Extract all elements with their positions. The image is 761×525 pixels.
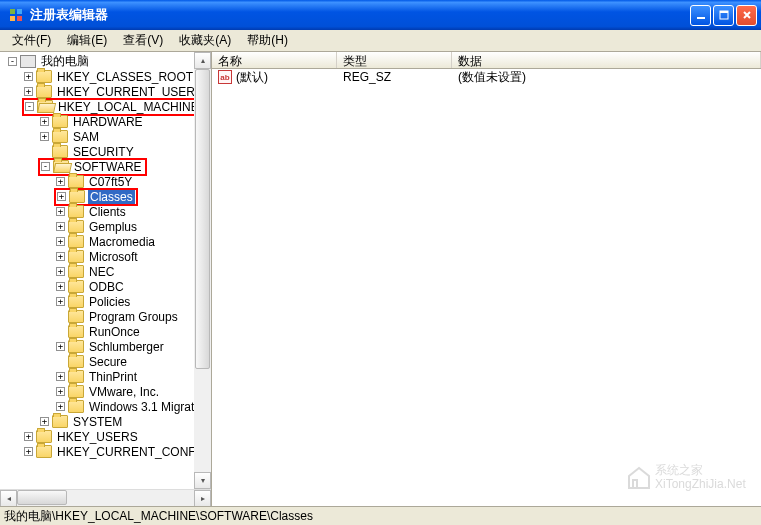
expand-icon[interactable]: +	[24, 432, 33, 441]
folder-icon	[36, 85, 52, 98]
folder-icon	[69, 190, 85, 203]
svg-text:XiTongZhiJia.Net: XiTongZhiJia.Net	[655, 477, 746, 491]
menu-edit[interactable]: 编辑(E)	[59, 30, 115, 51]
expand-icon[interactable]: +	[56, 387, 65, 396]
expand-icon[interactable]: +	[56, 177, 65, 186]
collapse-icon[interactable]: -	[41, 162, 50, 171]
svg-rect-4	[697, 17, 705, 19]
tree-node-policies[interactable]: +Policies	[0, 294, 211, 309]
column-data[interactable]: 数据	[452, 52, 761, 68]
scroll-right-arrow-icon[interactable]: ▸	[194, 490, 211, 506]
folder-icon	[52, 130, 68, 143]
collapse-icon[interactable]: -	[8, 57, 17, 66]
computer-icon	[20, 55, 36, 68]
svg-text:系统之家: 系统之家	[655, 463, 703, 477]
expand-icon[interactable]: +	[56, 297, 65, 306]
tree-panel: -我的电脑 +HKEY_CLASSES_ROOT +HKEY_CURRENT_U…	[0, 52, 212, 506]
svg-rect-2	[10, 16, 15, 21]
tree-node-hklm[interactable]: -HKEY_LOCAL_MACHINE	[0, 99, 211, 114]
folder-icon	[36, 445, 52, 458]
maximize-button[interactable]	[713, 5, 734, 26]
folder-open-icon	[53, 160, 69, 173]
collapse-icon[interactable]: -	[25, 102, 34, 111]
tree-node-classes[interactable]: +Classes	[0, 189, 211, 204]
tree-node-schlumberger[interactable]: +Schlumberger	[0, 339, 211, 354]
folder-icon	[68, 205, 84, 218]
window-title: 注册表编辑器	[28, 6, 690, 24]
list-row[interactable]: ab(默认) REG_SZ (数值未设置)	[212, 69, 761, 85]
tree-node-programgroups[interactable]: Program Groups	[0, 309, 211, 324]
tree-node-hkcr[interactable]: +HKEY_CLASSES_ROOT	[0, 69, 211, 84]
column-type[interactable]: 类型	[337, 52, 452, 68]
folder-icon	[52, 115, 68, 128]
scroll-left-arrow-icon[interactable]: ◂	[0, 490, 17, 506]
menu-help[interactable]: 帮助(H)	[239, 30, 296, 51]
tree-node-thinprint[interactable]: +ThinPrint	[0, 369, 211, 384]
status-path: 我的电脑\HKEY_LOCAL_MACHINE\SOFTWARE\Classes	[4, 508, 313, 525]
scroll-up-arrow-icon[interactable]: ▴	[194, 52, 211, 69]
tree-node-gemplus[interactable]: +Gemplus	[0, 219, 211, 234]
tree-node-runonce[interactable]: RunOnce	[0, 324, 211, 339]
folder-icon	[36, 430, 52, 443]
column-name[interactable]: 名称	[212, 52, 337, 68]
expand-icon[interactable]: +	[56, 222, 65, 231]
close-button[interactable]	[736, 5, 757, 26]
expand-icon[interactable]: +	[56, 402, 65, 411]
expand-icon[interactable]: +	[56, 342, 65, 351]
folder-icon	[52, 415, 68, 428]
svg-rect-0	[10, 9, 15, 14]
menubar: 文件(F) 编辑(E) 查看(V) 收藏夹(A) 帮助(H)	[0, 30, 761, 52]
folder-icon	[68, 175, 84, 188]
tree-node-hkcc[interactable]: +HKEY_CURRENT_CONFIG	[0, 444, 211, 459]
tree-node-system[interactable]: +SYSTEM	[0, 414, 211, 429]
expand-icon[interactable]: +	[24, 72, 33, 81]
expand-icon[interactable]: +	[56, 282, 65, 291]
expand-icon[interactable]: +	[40, 117, 49, 126]
tree-node-hku[interactable]: +HKEY_USERS	[0, 429, 211, 444]
tree-node-vmware[interactable]: +VMware, Inc.	[0, 384, 211, 399]
values-panel: 名称 类型 数据 ab(默认) REG_SZ (数值未设置)	[212, 52, 761, 506]
list-body[interactable]: ab(默认) REG_SZ (数值未设置)	[212, 69, 761, 506]
expand-icon[interactable]: +	[56, 252, 65, 261]
folder-open-icon	[37, 100, 53, 113]
menu-favorites[interactable]: 收藏夹(A)	[171, 30, 239, 51]
scroll-thumb[interactable]	[17, 490, 67, 505]
tree-view[interactable]: -我的电脑 +HKEY_CLASSES_ROOT +HKEY_CURRENT_U…	[0, 52, 211, 489]
folder-icon	[68, 235, 84, 248]
tree-node-software[interactable]: -SOFTWARE	[0, 159, 211, 174]
tree-node-secure[interactable]: Secure	[0, 354, 211, 369]
tree-node-nec[interactable]: +NEC	[0, 264, 211, 279]
expand-icon[interactable]: +	[40, 417, 49, 426]
tree-node-macromedia[interactable]: +Macromedia	[0, 234, 211, 249]
tree-node-microsoft[interactable]: +Microsoft	[0, 249, 211, 264]
tree-node-hardware[interactable]: +HARDWARE	[0, 114, 211, 129]
titlebar: 注册表编辑器	[0, 0, 761, 30]
tree-node-sam[interactable]: +SAM	[0, 129, 211, 144]
tree-node-odbc[interactable]: +ODBC	[0, 279, 211, 294]
highlight-software: -SOFTWARE	[38, 158, 147, 176]
scroll-thumb[interactable]	[195, 69, 210, 369]
folder-icon	[68, 340, 84, 353]
scroll-down-arrow-icon[interactable]: ▾	[194, 472, 211, 489]
folder-icon	[68, 400, 84, 413]
expand-icon[interactable]: +	[56, 237, 65, 246]
app-icon	[8, 7, 24, 23]
expand-icon[interactable]: +	[24, 87, 33, 96]
minimize-button[interactable]	[690, 5, 711, 26]
expand-icon[interactable]: +	[56, 207, 65, 216]
tree-node-root[interactable]: -我的电脑	[0, 54, 211, 69]
expand-icon[interactable]: +	[56, 267, 65, 276]
menu-view[interactable]: 查看(V)	[115, 30, 171, 51]
expand-icon[interactable]: +	[56, 372, 65, 381]
menu-file[interactable]: 文件(F)	[4, 30, 59, 51]
tree-node-clients[interactable]: +Clients	[0, 204, 211, 219]
vertical-scrollbar[interactable]: ▴ ▾	[194, 52, 211, 489]
folder-icon	[68, 370, 84, 383]
list-header: 名称 类型 数据	[212, 52, 761, 69]
expand-icon[interactable]: +	[57, 192, 66, 201]
tree-node-win31[interactable]: +Windows 3.1 Migrati	[0, 399, 211, 414]
highlight-classes: +Classes	[54, 188, 138, 206]
horizontal-scrollbar[interactable]: ◂ ▸	[0, 489, 211, 506]
expand-icon[interactable]: +	[40, 132, 49, 141]
expand-icon[interactable]: +	[24, 447, 33, 456]
